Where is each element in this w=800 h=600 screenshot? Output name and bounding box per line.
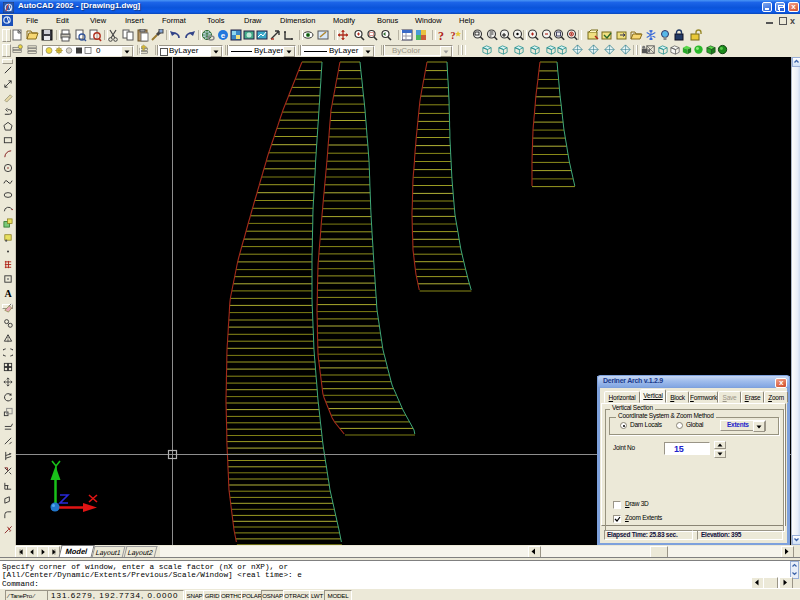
svg-text:e: e <box>221 31 226 40</box>
svg-text:?: ? <box>438 29 444 42</box>
svg-text:A: A <box>4 288 12 298</box>
svg-text:?: ? <box>451 30 456 41</box>
svg-text:0: 0 <box>96 46 101 55</box>
